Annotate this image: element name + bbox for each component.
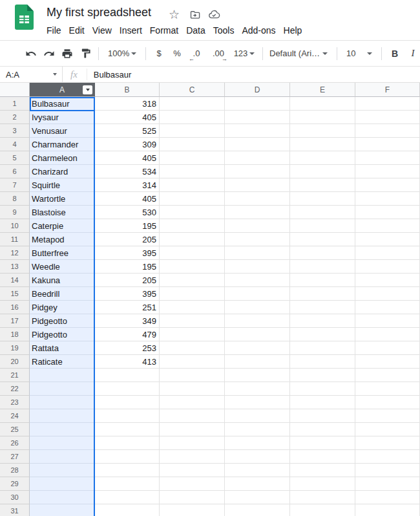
- cell-E13[interactable]: [290, 260, 355, 274]
- cell-B3[interactable]: 525: [95, 124, 160, 138]
- cell-B26[interactable]: [95, 436, 160, 450]
- row-header-21[interactable]: 21: [0, 369, 30, 382]
- cell-A16[interactable]: Pidgey: [30, 301, 95, 314]
- cell-E21[interactable]: [290, 369, 355, 382]
- row-header-27[interactable]: 27: [0, 450, 30, 464]
- cell-A24[interactable]: [30, 409, 95, 423]
- cell-A4[interactable]: Charmander: [30, 138, 95, 151]
- bold-button[interactable]: B: [386, 45, 404, 63]
- cell-E1[interactable]: [290, 97, 355, 111]
- cell-B10[interactable]: 195: [95, 219, 160, 233]
- paint-format-button[interactable]: [76, 45, 94, 63]
- row-header-29[interactable]: 29: [0, 477, 30, 491]
- cell-A9[interactable]: Blastoise: [30, 206, 95, 219]
- cell-A1[interactable]: Bulbasaur: [30, 97, 95, 111]
- cell-D30[interactable]: [225, 491, 290, 504]
- cell-B1[interactable]: 318: [95, 97, 160, 111]
- column-a-dropdown-button[interactable]: [83, 85, 92, 94]
- cell-C2[interactable]: [160, 111, 225, 124]
- cell-C15[interactable]: [160, 287, 225, 301]
- cell-A10[interactable]: Caterpie: [30, 219, 95, 233]
- cell-D2[interactable]: [225, 111, 290, 124]
- cell-E4[interactable]: [290, 138, 355, 151]
- cell-A3[interactable]: Venusaur: [30, 124, 95, 138]
- cell-A31[interactable]: [30, 504, 95, 516]
- cell-F3[interactable]: [355, 124, 420, 138]
- cell-E20[interactable]: [290, 355, 355, 369]
- cell-C25[interactable]: [160, 423, 225, 436]
- column-header-f[interactable]: F: [355, 83, 420, 97]
- row-header-24[interactable]: 24: [0, 409, 30, 423]
- cell-D5[interactable]: [225, 151, 290, 165]
- cell-B19[interactable]: 253: [95, 341, 160, 355]
- cell-B27[interactable]: [95, 450, 160, 464]
- row-header-1[interactable]: 1: [0, 97, 30, 111]
- cell-D23[interactable]: [225, 396, 290, 409]
- cell-D21[interactable]: [225, 369, 290, 382]
- cell-C21[interactable]: [160, 369, 225, 382]
- cell-E23[interactable]: [290, 396, 355, 409]
- row-header-14[interactable]: 14: [0, 274, 30, 287]
- cell-B22[interactable]: [95, 382, 160, 396]
- cell-F4[interactable]: [355, 138, 420, 151]
- cell-F14[interactable]: [355, 274, 420, 287]
- column-header-d[interactable]: D: [225, 83, 290, 97]
- cell-E11[interactable]: [290, 233, 355, 246]
- cell-A25[interactable]: [30, 423, 95, 436]
- menu-item-insert[interactable]: Insert: [120, 24, 142, 38]
- cell-D6[interactable]: [225, 165, 290, 178]
- cell-E12[interactable]: [290, 246, 355, 260]
- cell-A17[interactable]: Pidgeotto: [30, 314, 95, 328]
- cell-C3[interactable]: [160, 124, 225, 138]
- cell-D29[interactable]: [225, 477, 290, 491]
- row-header-3[interactable]: 3: [0, 124, 30, 138]
- cell-D3[interactable]: [225, 124, 290, 138]
- cell-C13[interactable]: [160, 260, 225, 274]
- cell-F10[interactable]: [355, 219, 420, 233]
- cell-B18[interactable]: 479: [95, 328, 160, 341]
- cell-D25[interactable]: [225, 423, 290, 436]
- row-header-4[interactable]: 4: [0, 138, 30, 151]
- cell-E26[interactable]: [290, 436, 355, 450]
- cell-D22[interactable]: [225, 382, 290, 396]
- cell-C6[interactable]: [160, 165, 225, 178]
- cell-F24[interactable]: [355, 409, 420, 423]
- cell-B28[interactable]: [95, 464, 160, 477]
- row-header-11[interactable]: 11: [0, 233, 30, 246]
- cloud-saved-icon[interactable]: [208, 9, 220, 23]
- cell-C10[interactable]: [160, 219, 225, 233]
- cell-C12[interactable]: [160, 246, 225, 260]
- more-formats-button[interactable]: 123: [230, 45, 258, 63]
- cell-A8[interactable]: Wartortle: [30, 192, 95, 206]
- cell-B24[interactable]: [95, 409, 160, 423]
- cell-A18[interactable]: Pidgeotto: [30, 328, 95, 341]
- move-to-folder-icon[interactable]: [189, 9, 201, 23]
- cell-C26[interactable]: [160, 436, 225, 450]
- cell-D27[interactable]: [225, 450, 290, 464]
- cell-C20[interactable]: [160, 355, 225, 369]
- cell-B30[interactable]: [95, 491, 160, 504]
- row-header-9[interactable]: 9: [0, 206, 30, 219]
- cell-A23[interactable]: [30, 396, 95, 409]
- cell-F9[interactable]: [355, 206, 420, 219]
- row-header-6[interactable]: 6: [0, 165, 30, 178]
- row-header-12[interactable]: 12: [0, 246, 30, 260]
- cell-A22[interactable]: [30, 382, 95, 396]
- cell-B6[interactable]: 534: [95, 165, 160, 178]
- cell-B2[interactable]: 405: [95, 111, 160, 124]
- cell-E29[interactable]: [290, 477, 355, 491]
- row-header-10[interactable]: 10: [0, 219, 30, 233]
- cell-B17[interactable]: 349: [95, 314, 160, 328]
- menu-item-file[interactable]: File: [47, 24, 61, 38]
- cell-E16[interactable]: [290, 301, 355, 314]
- row-header-2[interactable]: 2: [0, 111, 30, 124]
- cell-E31[interactable]: [290, 504, 355, 516]
- cell-D4[interactable]: [225, 138, 290, 151]
- cell-B8[interactable]: 405: [95, 192, 160, 206]
- menu-item-format[interactable]: Format: [150, 24, 178, 38]
- row-header-26[interactable]: 26: [0, 436, 30, 450]
- cell-E30[interactable]: [290, 491, 355, 504]
- cell-B11[interactable]: 205: [95, 233, 160, 246]
- row-header-15[interactable]: 15: [0, 287, 30, 301]
- print-button[interactable]: [58, 45, 76, 63]
